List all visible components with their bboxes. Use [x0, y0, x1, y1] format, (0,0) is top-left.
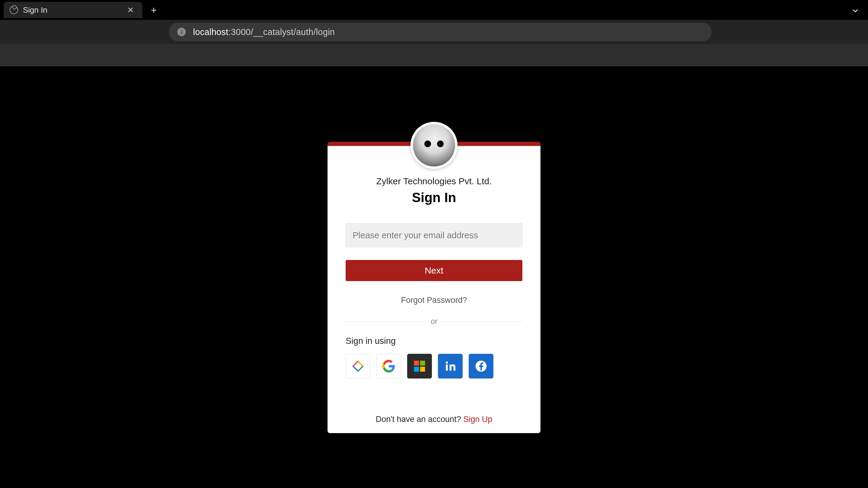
company-name: Zylker Technologies Pvt. Ltd. [346, 176, 522, 186]
globe-icon [10, 6, 18, 14]
browser-tab[interactable]: Sign In ✕ [4, 2, 142, 18]
page-viewport: Zylker Technologies Pvt. Ltd. Sign In Ne… [0, 66, 868, 488]
login-card: Zylker Technologies Pvt. Ltd. Sign In Ne… [328, 142, 540, 433]
linkedin-icon [444, 360, 457, 373]
browser-toolbar: i localhost:3000/__catalyst/auth/login [0, 20, 868, 44]
forgot-password-link[interactable]: Forgot Password? [346, 296, 522, 305]
svg-point-5 [446, 361, 448, 363]
tab-strip: Sign In ✕ + [0, 0, 868, 20]
facebook-signin-button[interactable] [469, 354, 493, 378]
address-bar-container[interactable]: i localhost:3000/__catalyst/auth/login [169, 23, 712, 41]
signup-link[interactable]: Sign Up [463, 415, 492, 424]
signin-using-label: Sign in using [346, 336, 522, 346]
provider-list [346, 354, 522, 378]
url-host: localhost [193, 27, 228, 37]
separator-label: or [426, 317, 442, 326]
svg-rect-2 [414, 367, 419, 372]
browser-chrome: Sign In ✕ + i localhost:3000/__catalyst/… [0, 0, 868, 66]
tab-title: Sign In [23, 5, 120, 15]
facebook-icon [474, 360, 488, 373]
avatar [410, 122, 458, 169]
avatar-image [413, 124, 455, 166]
microsoft-signin-button[interactable] [407, 354, 432, 378]
email-field[interactable] [346, 223, 522, 247]
tabs-dropdown-button[interactable] [851, 7, 860, 16]
url-path: :3000/__catalyst/auth/login [228, 27, 335, 37]
microsoft-icon [413, 360, 426, 373]
separator: or [346, 317, 522, 326]
svg-rect-3 [420, 367, 425, 372]
svg-rect-4 [446, 365, 447, 371]
site-info-icon[interactable]: i [177, 28, 186, 36]
zoho-signin-button[interactable] [346, 354, 370, 378]
page-title: Sign In [346, 190, 522, 205]
close-icon[interactable]: ✕ [125, 4, 136, 16]
signup-prompt-text: Don't have an account? [376, 415, 463, 424]
google-signin-button[interactable] [376, 354, 401, 378]
new-tab-button[interactable]: + [147, 2, 160, 19]
next-button[interactable]: Next [346, 260, 522, 281]
signup-prompt: Don't have an account? Sign Up [346, 415, 522, 424]
login-card-wrap: Zylker Technologies Pvt. Ltd. Sign In Ne… [328, 142, 540, 433]
address-bar[interactable]: localhost:3000/__catalyst/auth/login [193, 27, 335, 37]
svg-rect-0 [414, 361, 419, 366]
svg-rect-1 [420, 361, 425, 366]
chrome-divider [0, 44, 868, 66]
zoho-icon [351, 360, 365, 373]
linkedin-signin-button[interactable] [438, 354, 463, 378]
google-icon [382, 360, 395, 373]
